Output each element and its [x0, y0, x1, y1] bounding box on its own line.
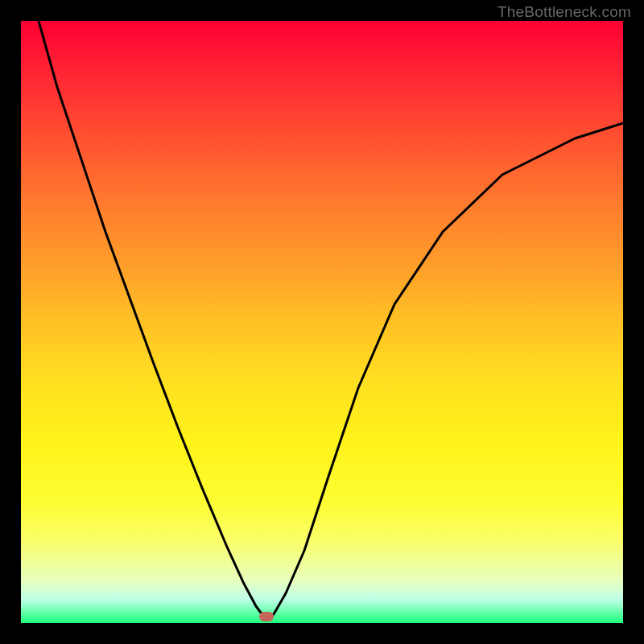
- curve-layer: [21, 21, 623, 623]
- watermark-text: TheBottleneck.com: [497, 3, 631, 21]
- bottleneck-curve: [39, 21, 623, 620]
- chart-frame: TheBottleneck.com: [0, 0, 644, 644]
- optimal-point-marker: [259, 612, 274, 621]
